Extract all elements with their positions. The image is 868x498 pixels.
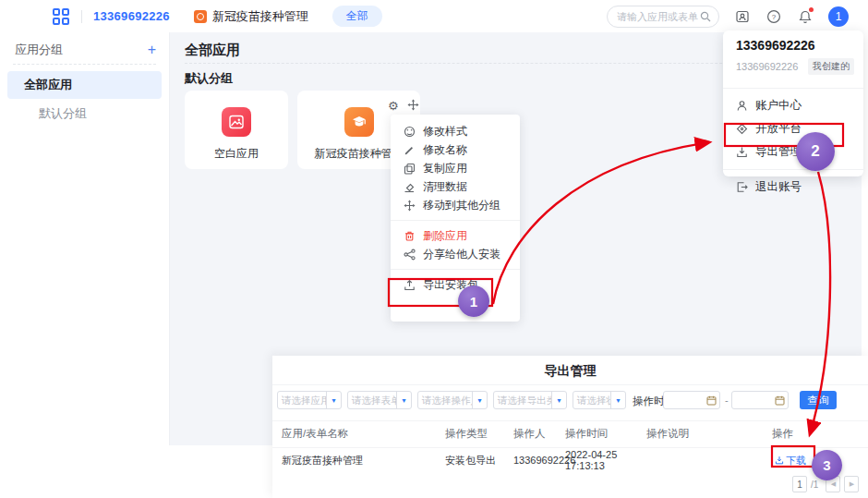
cell-operation-type: 安装包导出: [445, 454, 513, 468]
app-card-blank[interactable]: 空白应用: [185, 91, 288, 169]
col-header: 操作时间: [565, 427, 646, 441]
prev-page-button[interactable]: ◀: [826, 476, 840, 492]
download-icon: [775, 455, 784, 465]
filter-pill-all[interactable]: 全部: [332, 6, 382, 27]
filter-select-form[interactable]: 请选择表单 ▼: [347, 391, 412, 409]
menu-item-export-package[interactable]: 导出安装包: [391, 275, 520, 294]
menu-divider: [391, 269, 520, 270]
card-settings-gear-icon[interactable]: ⚙: [388, 99, 399, 113]
filter-select-export-type[interactable]: 请选择导出类型 ▼: [493, 391, 567, 409]
app-context-menu: 修改样式 修改名称 复制应用 清理数据 移动到其他分组 删除应用: [391, 115, 520, 322]
menu-item-label: 导出安装包: [423, 277, 478, 293]
cell-operation-time: 2022-04-25 17:13:13: [565, 449, 646, 471]
app-tab[interactable]: 新冠疫苗接种管理: [194, 8, 308, 25]
broom-icon: [404, 181, 416, 193]
share-icon: [404, 249, 416, 261]
menu-item-copy-app[interactable]: 复制应用: [391, 159, 520, 177]
col-header: 操作说明: [646, 427, 772, 441]
sidebar-item-label: 默认分组: [39, 105, 87, 122]
date-input-end[interactable]: [731, 391, 789, 409]
search-box[interactable]: [607, 6, 719, 28]
table-header-row: 应用/表单名称 操作类型 操作人 操作时间 操作说明 操作: [282, 420, 868, 447]
user-menu-subaccount: 13369692226: [736, 61, 798, 72]
menu-item-account-center[interactable]: 账户中心: [723, 94, 863, 117]
vaccine-app-icon: [344, 107, 374, 137]
menu-item-share-install[interactable]: 分享给他人安装: [391, 245, 520, 263]
search-icon: [700, 11, 711, 22]
search-input[interactable]: [615, 10, 700, 23]
trash-icon: [404, 230, 416, 242]
delete-link[interactable]: 删除: [815, 454, 836, 468]
menu-item-label: 导出管理: [755, 144, 802, 160]
menu-item-label: 修改名称: [423, 142, 467, 158]
chevron-down-icon: ▼: [326, 392, 341, 408]
page-number-button[interactable]: 1: [792, 476, 807, 492]
menu-item-label: 开放平台: [755, 121, 802, 137]
page-title: 全部应用: [185, 42, 240, 59]
menu-item-rename[interactable]: 修改名称: [391, 140, 520, 159]
col-header: 操作类型: [445, 427, 513, 441]
help-icon[interactable]: ?: [766, 8, 782, 25]
pagination: 1 /1 ◀ ▶: [792, 476, 862, 492]
cell-operator: 13369692226: [513, 455, 565, 466]
calendar-icon: [775, 395, 785, 406]
menu-item-label: 复制应用: [423, 161, 467, 176]
notification-bell-icon[interactable]: [797, 8, 814, 25]
menu-item-open-platform[interactable]: 开放平台: [723, 117, 863, 140]
app-tab-icon: [194, 10, 207, 23]
menu-item-export-management[interactable]: 导出管理: [723, 140, 863, 164]
sidebar-item-label: 全部应用: [24, 77, 72, 93]
next-page-button[interactable]: ▶: [844, 476, 859, 492]
card-move-handle-icon[interactable]: [407, 99, 419, 111]
notification-dot: [809, 7, 814, 12]
header-divider: [81, 10, 82, 23]
sidebar-item-default-group[interactable]: 默认分组: [7, 99, 162, 128]
pencil-icon: [404, 144, 416, 156]
panel-divider: [272, 384, 868, 385]
app-grid-logo-icon[interactable]: [52, 7, 70, 26]
move-icon: [404, 200, 416, 212]
person-icon: [736, 100, 748, 112]
select-placeholder: 请选择状态: [573, 392, 610, 408]
menu-item-label: 账户中心: [755, 98, 802, 114]
query-button[interactable]: 查询: [800, 391, 837, 409]
menu-item-logout[interactable]: 退出账号: [723, 176, 863, 199]
top-bar-right: ? 1: [607, 6, 862, 28]
date-input-start[interactable]: [663, 391, 720, 409]
select-placeholder: 请选择导出类型: [494, 392, 551, 408]
cell-actions: 下载 删除: [772, 454, 868, 468]
export-panel-title: 导出管理: [272, 363, 868, 380]
select-placeholder: 请选择应用: [278, 392, 326, 408]
download-link[interactable]: 下载: [775, 454, 806, 468]
export-management-panel: 导出管理 请选择应用 ▼ 请选择表单 ▼ 请选择操作人 ▼ 请选择导出类型 ▼ …: [272, 356, 868, 498]
open-platform-icon: [736, 123, 748, 135]
add-group-button[interactable]: +: [148, 43, 156, 56]
sidebar-item-all-apps[interactable]: 全部应用: [7, 71, 162, 99]
menu-item-label: 退出账号: [755, 179, 802, 195]
chevron-down-icon: ▼: [396, 392, 411, 408]
chevron-down-icon: ▼: [610, 392, 625, 408]
menu-item-move-group[interactable]: 移动到其他分组: [391, 196, 520, 214]
menu-item-label: 清理数据: [423, 179, 467, 195]
menu-divider: [723, 169, 863, 170]
top-bar-left: 13369692226 新冠疫苗接种管理 全部: [0, 6, 382, 27]
menu-item-edit-style[interactable]: 修改样式: [391, 122, 520, 140]
filter-select-operator[interactable]: 请选择操作人 ▼: [417, 391, 488, 409]
top-bar: 13369692226 新冠疫苗接种管理 全部 ?: [0, 0, 862, 33]
user-avatar[interactable]: 1: [828, 6, 849, 27]
chevron-down-icon: ▼: [551, 392, 566, 408]
menu-item-delete-app[interactable]: 删除应用: [391, 226, 520, 245]
calendar-icon: [706, 395, 717, 406]
copy-icon: [404, 163, 416, 175]
contacts-icon[interactable]: [734, 8, 751, 25]
sidebar-divider: [13, 64, 156, 65]
export-upload-icon: [404, 279, 416, 291]
workspace-account[interactable]: 13369692226: [93, 9, 170, 23]
app-tab-label: 新冠疫苗接种管理: [212, 8, 308, 25]
group-title: 默认分组: [185, 70, 233, 87]
menu-item-clean-data[interactable]: 清理数据: [391, 177, 520, 196]
filter-select-status[interactable]: 请选择状态 ▼: [573, 391, 626, 409]
filter-select-app[interactable]: 请选择应用 ▼: [277, 391, 342, 409]
blank-app-icon: [222, 107, 251, 137]
svg-text:?: ?: [772, 13, 777, 21]
